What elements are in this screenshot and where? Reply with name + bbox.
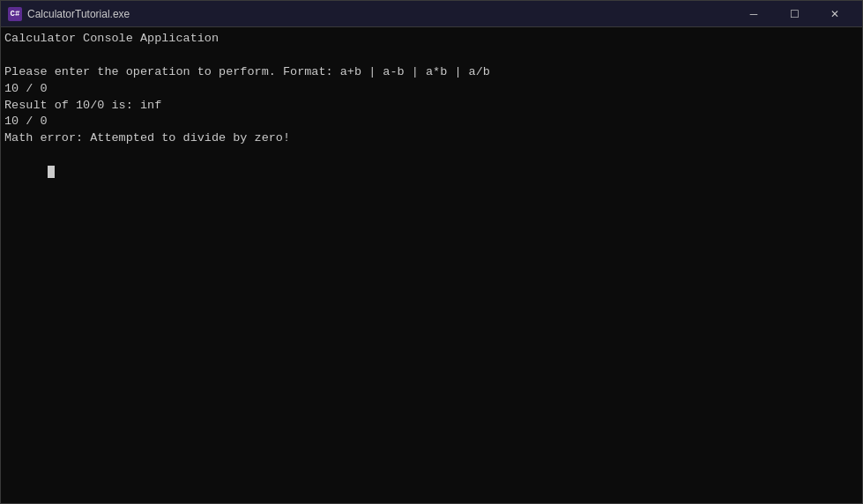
- console-output[interactable]: Calculator Console Application Please en…: [1, 27, 862, 503]
- cursor-block: [48, 166, 55, 178]
- console-line-4: 10 / 0: [4, 81, 859, 98]
- close-button[interactable]: ✕: [815, 1, 855, 27]
- app-icon: C#: [8, 7, 22, 21]
- console-line-6: 10 / 0: [4, 114, 859, 130]
- console-line-3: Please enter the operation to perform. F…: [4, 64, 859, 81]
- console-line-2: [4, 48, 859, 64]
- window-title: CalculatorTutorial.exe: [27, 8, 733, 20]
- maximize-button[interactable]: ☐: [774, 1, 815, 27]
- console-cursor-line: [4, 147, 859, 197]
- console-window: C# CalculatorTutorial.exe ─ ☐ ✕ Calculat…: [0, 0, 863, 504]
- console-line-1: Calculator Console Application: [4, 31, 859, 48]
- console-line-7: Math error: Attempted to divide by zero!: [4, 130, 859, 147]
- title-bar: C# CalculatorTutorial.exe ─ ☐ ✕: [1, 1, 862, 27]
- minimize-button[interactable]: ─: [733, 1, 774, 27]
- window-controls: ─ ☐ ✕: [733, 1, 855, 27]
- console-line-5: Result of 10/0 is: inf: [4, 98, 859, 115]
